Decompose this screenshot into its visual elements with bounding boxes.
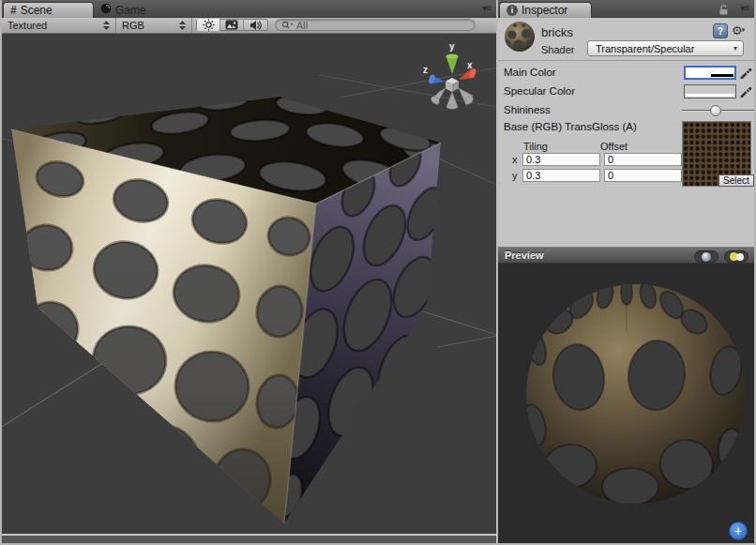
updown-arrows-icon xyxy=(103,21,110,30)
chevron-down-icon: ▾ xyxy=(733,44,737,53)
scene-bottom-strip xyxy=(2,534,496,543)
material-preview-canvas[interactable]: + xyxy=(498,264,754,543)
sun-icon xyxy=(203,19,215,31)
scene-3d-canvas[interactable]: y z x xyxy=(2,34,496,534)
lock-icon[interactable] xyxy=(718,4,730,17)
pane-menu-icon[interactable]: ▾≡ xyxy=(482,3,491,13)
panel-splitter[interactable] xyxy=(496,0,498,545)
tab-game[interactable]: Game xyxy=(94,2,158,18)
grid-icon: # xyxy=(10,4,17,17)
divider xyxy=(498,60,754,61)
sphere-icon xyxy=(702,252,711,262)
game-icon xyxy=(100,3,112,17)
preview-lighting-button[interactable] xyxy=(724,250,748,263)
speaker-icon xyxy=(249,20,262,31)
skybox-toggle[interactable] xyxy=(220,19,244,31)
main-color-label: Main Color xyxy=(504,67,556,78)
add-button[interactable]: + xyxy=(729,522,748,540)
material-name: bricks xyxy=(541,25,573,39)
shininess-label: Shininess xyxy=(504,104,551,115)
uv-row-y: y xyxy=(498,169,682,182)
gizmo-cube xyxy=(446,78,459,92)
search-icon xyxy=(281,21,294,30)
base-texture-thumbnail[interactable]: Select xyxy=(682,121,751,187)
shader-label: Shader xyxy=(541,44,574,55)
chevron-down-icon: ▾ xyxy=(742,26,746,34)
alpha-bar xyxy=(686,94,734,97)
search-input[interactable] xyxy=(296,20,469,31)
main-color-swatch[interactable] xyxy=(684,66,736,80)
offset-header: Offset xyxy=(600,141,627,152)
preview-shape-button[interactable] xyxy=(694,250,718,263)
axis-label: x xyxy=(512,154,518,165)
scene-toolbar: Textured RGB xyxy=(2,18,496,34)
gizmo-z-label: z xyxy=(423,65,428,75)
unity-editor-window: # Scene Game ▾≡ Textured RGB xyxy=(0,0,756,545)
updown-arrows-icon xyxy=(179,21,186,30)
gear-icon[interactable]: ⚙▾ xyxy=(732,23,750,38)
eyedropper-icon[interactable] xyxy=(739,65,753,79)
base-map-label: Base (RGB) TransGloss (A) xyxy=(504,121,637,132)
image-icon xyxy=(225,20,238,30)
tab-inspector-label: Inspector xyxy=(522,4,567,17)
select-texture-button[interactable]: Select xyxy=(718,174,754,187)
tab-scene[interactable]: # Scene xyxy=(3,2,94,18)
info-icon: i xyxy=(507,5,518,16)
eyedropper-icon[interactable] xyxy=(739,83,753,98)
tab-scene-label: Scene xyxy=(21,4,53,17)
axis-label: y xyxy=(512,170,518,181)
offset-x-input[interactable] xyxy=(604,153,682,166)
scene-gizmo[interactable]: y z x xyxy=(423,41,477,109)
inspector-body: bricks Shader Transparent/Specular ▾ ? ⚙… xyxy=(498,18,754,247)
color-mode-dropdown[interactable]: RGB xyxy=(116,18,192,33)
gizmo-x-label: x xyxy=(467,60,473,70)
scene-search-field[interactable] xyxy=(275,19,476,31)
gizmo-z-axis[interactable] xyxy=(428,74,445,84)
tab-game-label: Game xyxy=(115,4,146,17)
offset-y-input[interactable] xyxy=(604,169,682,182)
tiling-y-input[interactable] xyxy=(522,169,600,182)
lighting-toggle[interactable] xyxy=(197,19,220,31)
specular-color-swatch[interactable] xyxy=(684,84,736,98)
shader-dropdown[interactable]: Transparent/Specular ▾ xyxy=(587,40,744,56)
cube-mesh[interactable] xyxy=(11,84,452,534)
scene-view-toggles xyxy=(196,19,268,31)
preview-header[interactable]: Preview xyxy=(498,247,754,264)
gizmo-y-label: y xyxy=(449,41,455,52)
color-mode-value: RGB xyxy=(122,20,144,31)
pane-menu-icon[interactable]: ▾≡ xyxy=(740,3,748,13)
preview-title: Preview xyxy=(505,250,544,261)
help-icon[interactable]: ? xyxy=(713,23,728,38)
tab-inspector[interactable]: i Inspector xyxy=(499,2,592,18)
draw-mode-value: Textured xyxy=(8,20,47,31)
shininess-thumb[interactable] xyxy=(710,105,721,116)
tiling-header: Tiling xyxy=(523,141,548,152)
specular-color-label: Specular Color xyxy=(504,85,575,97)
material-ball-icon xyxy=(504,21,536,53)
uv-row-x: x xyxy=(498,153,682,166)
inspector-tabbar: i Inspector ▾≡ xyxy=(498,0,754,18)
scene-viewport[interactable]: y z x xyxy=(2,34,496,534)
audio-toggle[interactable] xyxy=(244,19,267,31)
tiling-x-input[interactable] xyxy=(522,153,600,166)
shader-value: Transparent/Specular xyxy=(596,43,694,54)
draw-mode-dropdown[interactable]: Textured xyxy=(2,18,116,33)
alpha-bar xyxy=(687,74,733,77)
gizmo-y-axis[interactable] xyxy=(446,54,459,74)
light-dot-white xyxy=(736,253,744,261)
shininess-slider[interactable] xyxy=(682,104,755,117)
scene-tabbar: # Scene Game ▾≡ xyxy=(0,0,496,18)
